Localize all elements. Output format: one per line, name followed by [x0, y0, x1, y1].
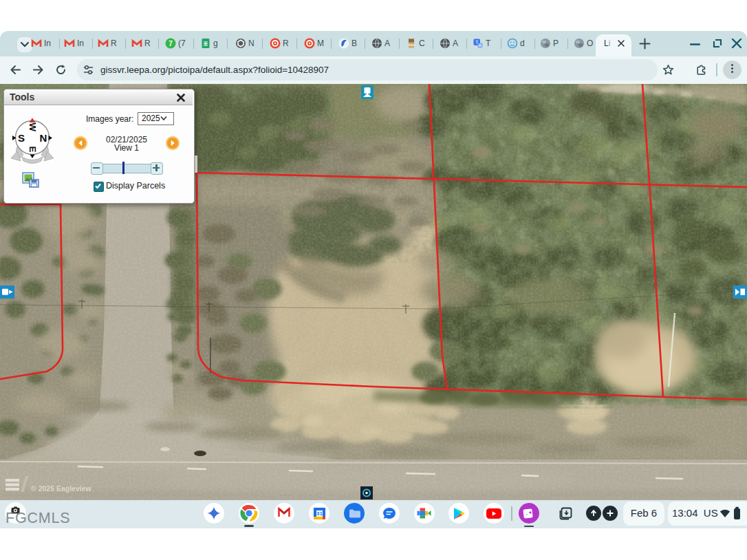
svg-text:N: N — [40, 132, 47, 144]
svg-text:31: 31 — [316, 510, 323, 517]
svg-text:© 2025 Eagleview: © 2025 Eagleview — [31, 484, 92, 493]
svg-text:E: E — [28, 146, 38, 152]
svg-text:7: 7 — [169, 40, 173, 47]
svg-text:S: S — [18, 132, 25, 144]
